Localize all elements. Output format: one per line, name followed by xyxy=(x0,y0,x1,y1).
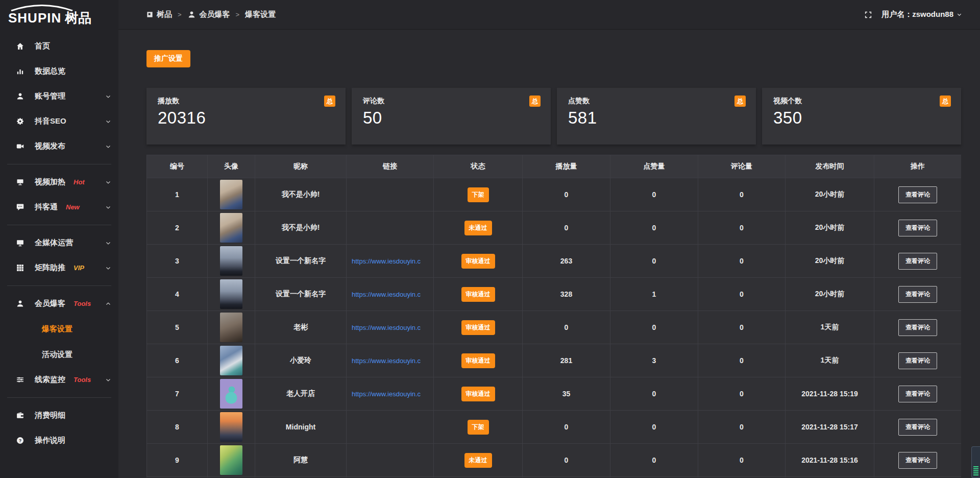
sidebar-nav: 首页数据总览账号管理抖音SEO视频发布视频加热Hot抖客通New全媒体运营矩阵助… xyxy=(0,30,118,453)
view-comments-button[interactable]: 查看评论 xyxy=(898,352,937,369)
cell-avatar xyxy=(208,211,255,244)
cell-comments: 0 xyxy=(698,245,785,277)
grid-icon xyxy=(15,264,24,273)
avatar xyxy=(220,246,242,276)
username-menu[interactable]: 用户名：zswodun88 xyxy=(881,10,962,19)
cell-comments: 0 xyxy=(698,344,785,377)
status-badge[interactable]: 审核通过 xyxy=(461,254,495,269)
sidebar-item-抖客通[interactable]: 抖客通New xyxy=(0,195,118,220)
cell-avatar xyxy=(208,411,255,443)
video-link[interactable]: https://www.iesdouyin.c xyxy=(352,390,421,398)
breadcrumb-label: 会员爆客 xyxy=(200,10,230,19)
main-content: 推广设置 播放数20316总评论数50总点赞数581总视频个数350总 编号头像… xyxy=(118,30,980,477)
floating-widget[interactable] xyxy=(971,446,980,478)
view-comments-button[interactable]: 查看评论 xyxy=(898,452,937,469)
sidebar-item-视频发布[interactable]: 视频发布 xyxy=(0,134,118,159)
view-comments-button[interactable]: 查看评论 xyxy=(898,186,937,203)
view-comments-button[interactable]: 查看评论 xyxy=(898,220,937,236)
cell-avatar xyxy=(208,477,255,477)
cell-time: 20小时前 xyxy=(786,278,874,310)
cell-plays: 0 xyxy=(523,178,610,211)
sidebar-item-视频加热[interactable]: 视频加热Hot xyxy=(0,170,118,195)
sidebar-item-label: 消费明细 xyxy=(35,411,65,420)
sidebar-item-label: 视频发布 xyxy=(35,141,65,151)
view-comments-button[interactable]: 查看评论 xyxy=(898,386,937,402)
cell-actions: 查看评论 xyxy=(874,278,961,310)
sidebar-item-首页[interactable]: 首页 xyxy=(0,34,118,59)
sidebar-item-会员爆客[interactable]: 会员爆客Tools xyxy=(0,291,118,316)
app-icon xyxy=(146,11,153,18)
sidebar-item-label: 账号管理 xyxy=(35,91,65,101)
status-badge[interactable]: 审核通过 xyxy=(461,353,495,368)
sidebar-item-矩阵助推[interactable]: 矩阵助推VIP xyxy=(0,255,118,280)
monitor-icon xyxy=(15,238,24,248)
table-header-cell: 发布时间 xyxy=(786,155,874,178)
sidebar-item-操作说明[interactable]: ?操作说明 xyxy=(0,428,118,453)
sidebar-item-数据总览[interactable]: 数据总览 xyxy=(0,59,118,84)
avatar xyxy=(220,279,242,309)
view-comments-button[interactable]: 查看评论 xyxy=(898,319,937,336)
breadcrumb-separator: > xyxy=(236,11,240,18)
cell-link: https://www.iesdouyin.c xyxy=(347,377,433,410)
view-comments-button[interactable]: 查看评论 xyxy=(898,419,937,436)
status-badge[interactable]: 审核通过 xyxy=(461,287,495,302)
sidebar-item-全媒体运营[interactable]: 全媒体运营 xyxy=(0,230,118,255)
view-comments-button[interactable]: 查看评论 xyxy=(898,253,937,270)
video-link[interactable]: https://www.iesdouyin.c xyxy=(352,257,421,265)
cell-likes: 0 xyxy=(610,444,698,476)
video-link[interactable]: https://www.iesdouyin.c xyxy=(352,291,421,298)
cell-nickname: 设置一个新名字 xyxy=(255,245,346,277)
status-badge[interactable]: 审核通过 xyxy=(461,320,495,335)
breadcrumb-item[interactable]: 树品 xyxy=(146,10,172,19)
avatar xyxy=(220,379,242,409)
cell-likes: 0 xyxy=(610,178,698,211)
cell-actions: 查看评论 xyxy=(874,245,961,277)
cell-time: 20小时前 xyxy=(786,211,874,244)
status-badge[interactable]: 未通过 xyxy=(464,453,492,468)
sidebar-item-线索监控[interactable]: 线索监控Tools xyxy=(0,367,118,392)
stat-card-total-badge: 总 xyxy=(734,95,746,107)
table-header-cell: 操作 xyxy=(874,155,961,178)
cell-link xyxy=(347,178,433,211)
fullscreen-icon[interactable] xyxy=(864,11,872,19)
cell-actions: 查看评论 xyxy=(874,178,961,211)
status-badge[interactable]: 未通过 xyxy=(464,221,492,235)
stat-card-label: 播放数 xyxy=(158,97,334,106)
cell-avatar xyxy=(208,178,255,211)
user-icon xyxy=(187,10,196,19)
sidebar-item-抖音SEO[interactable]: 抖音SEO xyxy=(0,109,118,134)
chevron-down-icon xyxy=(105,179,111,185)
view-comments-button[interactable]: 查看评论 xyxy=(898,286,937,303)
app-logo: SHUPIN 树品 xyxy=(0,0,118,30)
table-row: 6小爱玲https://www.iesdouyin.c审核通过281301天前查… xyxy=(147,344,961,377)
video-link[interactable]: https://www.iesdouyin.c xyxy=(352,324,421,331)
bar-chart-icon xyxy=(15,67,24,76)
promo-settings-button[interactable]: 推广设置 xyxy=(146,50,190,67)
cell-id: 8 xyxy=(147,411,207,443)
sidebar-subitem-爆客设置[interactable]: 爆客设置 xyxy=(0,316,118,342)
status-badge[interactable]: 审核通过 xyxy=(461,387,495,401)
status-badge[interactable]: 下架 xyxy=(468,420,489,435)
cell-time: 2021-11-28 15:19 xyxy=(786,377,874,410)
sidebar-subitem-活动设置[interactable]: 活动设置 xyxy=(0,342,118,367)
sidebar-item-账号管理[interactable]: 账号管理 xyxy=(0,84,118,109)
status-badge[interactable]: 下架 xyxy=(468,187,489,202)
logo-text-en: SHUPIN xyxy=(8,11,61,25)
cell-id: 4 xyxy=(147,278,207,310)
cell-nickname xyxy=(255,477,346,477)
breadcrumb-separator: > xyxy=(178,11,182,18)
table-header-cell: 评论量 xyxy=(698,155,785,178)
cell-likes: 0 xyxy=(610,377,698,410)
table-row: 8Midnight下架0002021-11-28 15:17查看评论 xyxy=(147,411,961,443)
cell-time xyxy=(786,477,874,477)
breadcrumb-item[interactable]: 会员爆客 xyxy=(187,10,230,19)
cell-nickname: 老彬 xyxy=(255,311,346,344)
cell-likes: 1 xyxy=(610,278,698,310)
chevron-down-icon xyxy=(105,240,111,246)
table-header-cell: 头像 xyxy=(208,155,255,178)
chevron-down-icon xyxy=(105,93,111,100)
sidebar-item-badge: New xyxy=(66,203,80,211)
cell-id xyxy=(147,477,207,477)
video-link[interactable]: https://www.iesdouyin.c xyxy=(352,357,421,365)
sidebar-item-消费明细[interactable]: 消费明细 xyxy=(0,403,118,428)
